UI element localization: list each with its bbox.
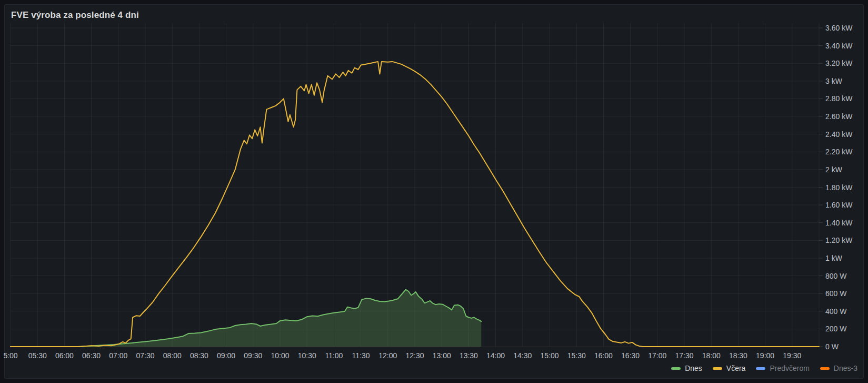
- legend-swatch-dnes-3: [820, 367, 830, 370]
- x-tick-label: 18:00: [702, 351, 721, 360]
- legend: Dnes Včera Predvčerom Dnes-3: [661, 363, 857, 374]
- y-tick-label: 1.60 kW: [825, 201, 853, 209]
- legend-item-dnes[interactable]: Dnes: [671, 363, 702, 374]
- x-tick-label: 14:00: [486, 351, 505, 360]
- legend-label-vcera: Včera: [726, 363, 746, 374]
- y-tick-label: 600 W: [825, 289, 847, 298]
- x-tick-label: 09:00: [217, 351, 235, 360]
- x-tick-label: 10:30: [298, 351, 316, 360]
- y-tick-label: 0 W: [825, 342, 839, 351]
- y-tick-label: 2.80 kW: [825, 94, 853, 103]
- x-tick-label: 14:30: [513, 351, 532, 360]
- x-tick-label: 19:00: [756, 351, 774, 360]
- y-tick-label: 1 kW: [825, 254, 843, 262]
- y-tick-label: 2.60 kW: [825, 112, 853, 121]
- x-tick-label: 19:30: [783, 351, 801, 360]
- y-tick-label: 400 W: [825, 307, 847, 316]
- x-tick-label: 08:00: [163, 351, 182, 360]
- legend-label-predvcerom: Predvčerom: [770, 363, 809, 374]
- timeseries-chart[interactable]: 0 W200 W400 W600 W800 W1 kW1.20 kW1.40 k…: [0, 0, 868, 383]
- y-tick-label: 2 kW: [825, 165, 843, 174]
- y-tick-label: 3.60 kW: [825, 24, 853, 32]
- x-tick-label: 17:00: [648, 351, 666, 360]
- y-tick-label: 200 W: [825, 325, 847, 333]
- y-tick-label: 1.20 kW: [825, 236, 853, 244]
- y-tick-label: 3.20 kW: [825, 59, 853, 67]
- y-tick-label: 2.40 kW: [825, 130, 853, 139]
- x-tick-label: 10:00: [271, 351, 289, 360]
- x-tick-label: 15:30: [567, 351, 586, 360]
- legend-item-vcera[interactable]: Včera: [713, 363, 746, 374]
- y-tick-label: 3.40 kW: [825, 42, 853, 50]
- x-tick-label: 15:00: [540, 351, 558, 360]
- legend-swatch-vcera: [713, 367, 722, 370]
- legend-item-predvcerom[interactable]: Predvčerom: [756, 363, 809, 374]
- x-tick-label: 07:30: [136, 351, 154, 360]
- x-tick-label: 11:00: [325, 351, 343, 360]
- series-area-dnes: [11, 290, 481, 347]
- legend-swatch-dnes: [671, 367, 681, 370]
- legend-item-dnes-3[interactable]: Dnes-3: [820, 363, 857, 374]
- legend-swatch-predvcerom: [756, 367, 765, 370]
- x-tick-label: 13:30: [460, 351, 478, 360]
- y-tick-label: 2.20 kW: [825, 148, 853, 156]
- legend-label-dnes: Dnes: [685, 363, 702, 374]
- y-tick-label: 3 kW: [825, 77, 843, 85]
- x-tick-label: 05:30: [28, 351, 47, 360]
- y-tick-label: 800 W: [825, 272, 847, 280]
- x-tick-label: 07:00: [109, 351, 127, 360]
- y-tick-label: 1.80 kW: [825, 183, 853, 192]
- x-tick-label: 12:30: [405, 351, 424, 360]
- x-tick-label: 5:00: [3, 351, 17, 360]
- x-tick-label: 08:30: [190, 351, 208, 360]
- x-tick-label: 09:30: [244, 351, 262, 360]
- legend-label-dnes-3: Dnes-3: [834, 363, 857, 374]
- x-tick-label: 16:30: [621, 351, 640, 360]
- x-tick-label: 12:00: [378, 351, 397, 360]
- x-tick-label: 13:00: [433, 351, 451, 360]
- x-tick-label: 11:30: [352, 351, 370, 360]
- x-tick-label: 16:00: [594, 351, 613, 360]
- x-tick-label: 17:30: [675, 351, 693, 360]
- x-tick-label: 18:30: [729, 351, 747, 360]
- x-tick-label: 06:30: [82, 351, 101, 360]
- x-tick-label: 06:00: [55, 351, 74, 360]
- y-tick-label: 1.40 kW: [825, 219, 853, 227]
